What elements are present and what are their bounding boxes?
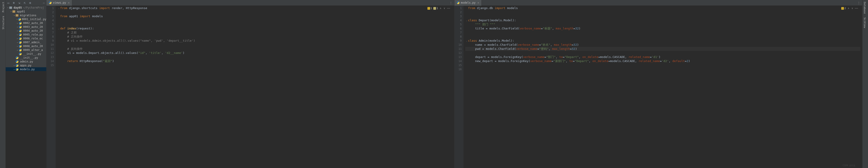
tree-item[interactable]: ▸0009_alter_a — [6, 48, 46, 52]
close-icon[interactable]: × — [477, 1, 479, 4]
tab-bar-left: views.py × ⋮ — [46, 0, 454, 6]
tree-item[interactable]: ▾app01 — [6, 9, 46, 13]
project-tree: ▾day05~/PycharmProj▾app01▾migrations▸000… — [6, 6, 46, 71]
code-left[interactable]: ⌄from django.shortcuts import render, Ht… — [56, 6, 454, 168]
editor-pane-left: views.py × ⋮ 1 1 ∧ ∨ 1234567891011121314… — [46, 0, 455, 168]
tab-models[interactable]: models.py × — [455, 0, 482, 6]
right-tool-strip: Database SciView — [862, 0, 868, 168]
tab-bar-right: models.py × ⋮ — [455, 0, 862, 6]
tree-item[interactable]: __init__.py — [6, 52, 46, 56]
code-right[interactable]: from django.db import models⌄class Depar… — [464, 6, 862, 168]
gutter-left: 123456789101112131415 — [46, 6, 56, 168]
next-highlight-icon[interactable]: ∨ — [443, 7, 445, 10]
prev-highlight-icon[interactable]: ∧ — [439, 7, 442, 10]
tree-item[interactable]: ▸0001_initial.py — [6, 17, 46, 21]
python-icon — [457, 1, 459, 4]
inspection-bar-left: 1 1 ∧ ∨ — [427, 7, 451, 10]
tree-item[interactable]: ▸apps.py — [6, 64, 46, 67]
editor-area: views.py × ⋮ 1 1 ∧ ∨ 1234567891011121314… — [46, 0, 862, 168]
editor-pane-right: models.py × ⋮ 2 ∧ ∨ 12345678910111213141… — [455, 0, 862, 168]
left-tool-strip: Project Structure — [0, 0, 6, 168]
tree-item[interactable]: ▸0007_admin_ — [6, 40, 46, 44]
tab-menu-icon[interactable]: ⋮ — [856, 1, 862, 4]
tree-item[interactable]: ▸0003_auto_20 — [6, 25, 46, 29]
watermark: CSDN @洋溢 — [843, 164, 855, 167]
tab-views[interactable]: views.py × — [46, 0, 72, 6]
tree-item[interactable]: ▸0006_role_oc — [6, 36, 46, 40]
next-highlight-icon[interactable]: ∨ — [851, 7, 854, 10]
tree-item[interactable]: ▸models.py — [6, 67, 46, 71]
prev-highlight-icon[interactable]: ∧ — [847, 7, 850, 10]
view-mode-icon[interactable]: ▭ — [7, 1, 10, 4]
hide-icon[interactable]: — — [42, 1, 45, 4]
editor-body-right[interactable]: 12345678910111213141516 from django.db i… — [455, 6, 862, 168]
warning-badge[interactable]: 2 — [841, 7, 846, 10]
tree-item[interactable]: ▾migrations — [6, 13, 46, 17]
project-toolbar: ▭ ⊕ ⇲ ⇱ ⚙ — — [6, 0, 46, 6]
close-icon[interactable]: × — [68, 1, 70, 4]
tree-item[interactable]: __init__.py — [6, 56, 46, 59]
sciview-tool-tab[interactable]: SciView — [863, 15, 868, 30]
gutter-right: 12345678910111213141516 — [455, 6, 464, 168]
tree-item[interactable]: ▸0008_auto_20 — [6, 44, 46, 48]
tree-item[interactable]: admin.py — [6, 59, 46, 64]
tree-item[interactable]: ▸0004_auto_20 — [6, 29, 46, 33]
tab-label: views.py — [53, 1, 66, 4]
tree-item[interactable]: ▸0002_auto_20 — [6, 21, 46, 25]
warning-badge[interactable]: 1 — [427, 7, 432, 10]
inspection-bar-right: 2 ∧ ∨ — [841, 7, 858, 10]
weak-warning-badge[interactable]: 1 — [433, 7, 438, 10]
python-icon — [49, 1, 52, 4]
database-tool-tab[interactable]: Database — [863, 0, 868, 15]
tab-menu-icon[interactable]: ⋮ — [447, 1, 454, 4]
project-tool-tab[interactable]: Project — [0, 0, 5, 14]
collapse-all-icon[interactable]: ⇱ — [23, 1, 27, 4]
target-icon[interactable]: ⊕ — [12, 1, 16, 4]
structure-tool-tab[interactable]: Structure — [0, 14, 5, 31]
tree-item[interactable]: ▸0005_role.py — [6, 33, 46, 36]
editor-body-left[interactable]: 123456789101112131415 ⌄from django.short… — [46, 6, 454, 168]
expand-all-icon[interactable]: ⇲ — [18, 1, 21, 4]
tab-label: models.py — [461, 1, 475, 4]
gear-icon[interactable]: ⚙ — [28, 1, 32, 4]
tree-item[interactable]: ▾day05~/PycharmProj — [6, 6, 46, 9]
